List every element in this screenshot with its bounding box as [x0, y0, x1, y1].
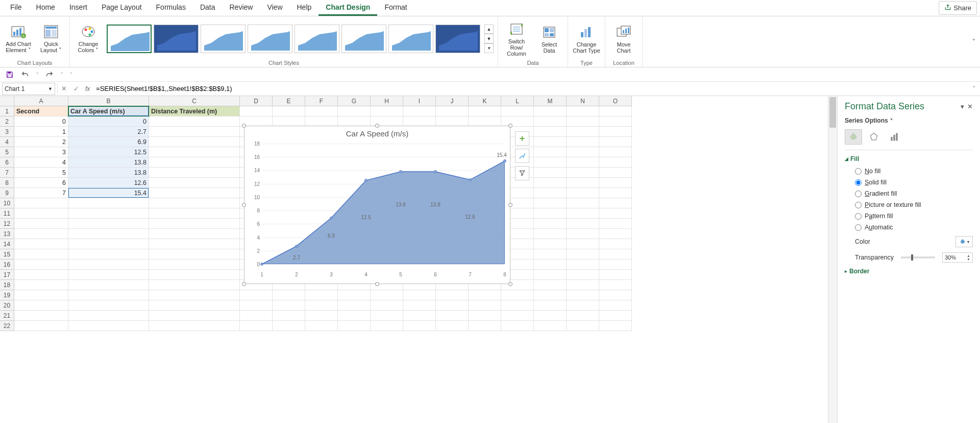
cell-B10[interactable] [68, 198, 149, 208]
cell-B17[interactable] [68, 270, 149, 280]
picture-fill-radio[interactable]: Picture or texture fill [855, 201, 973, 208]
cell-H19[interactable] [371, 290, 403, 300]
col-header-M[interactable]: M [534, 96, 567, 106]
chart-style-5[interactable] [295, 25, 339, 53]
row-header-5[interactable]: 5 [0, 147, 14, 157]
cell-A10[interactable] [14, 198, 68, 208]
row-header-12[interactable]: 12 [0, 219, 14, 229]
cell-D21[interactable] [240, 311, 273, 321]
cell-O21[interactable] [599, 311, 632, 321]
cell-D1[interactable] [240, 106, 273, 116]
cell-B16[interactable] [68, 260, 149, 270]
cell-F22[interactable] [305, 321, 338, 331]
row-header-11[interactable]: 11 [0, 208, 14, 219]
cell-O2[interactable] [599, 116, 632, 127]
cell-C16[interactable] [149, 260, 240, 270]
col-header-D[interactable]: D [240, 96, 273, 106]
cell-K21[interactable] [469, 311, 501, 321]
cell-N18[interactable] [567, 280, 599, 290]
cell-O5[interactable] [599, 147, 632, 157]
cell-B11[interactable] [68, 208, 149, 219]
col-header-O[interactable]: O [599, 96, 632, 106]
chart-style-8[interactable] [435, 25, 480, 53]
tab-review[interactable]: Review [223, 0, 260, 16]
col-header-K[interactable]: K [469, 96, 501, 106]
cell-C20[interactable] [149, 300, 240, 311]
cell-L2[interactable] [501, 116, 534, 127]
tab-home[interactable]: Home [29, 0, 62, 16]
cell-A9[interactable]: 7 [14, 188, 68, 198]
cell-H20[interactable] [371, 300, 403, 311]
cell-I21[interactable] [403, 311, 436, 321]
ribbon-collapse-button[interactable]: ˅ [968, 16, 980, 67]
cell-E19[interactable] [273, 290, 305, 300]
resize-handle[interactable] [508, 124, 512, 128]
tab-page-layout[interactable]: Page Layout [94, 0, 149, 16]
cell-A2[interactable]: 0 [14, 116, 68, 127]
cell-I19[interactable] [403, 290, 436, 300]
cell-O18[interactable] [599, 280, 632, 290]
cell-M22[interactable] [534, 321, 567, 331]
cell-B9[interactable]: 15.4 [68, 188, 149, 198]
col-header-F[interactable]: F [305, 96, 338, 106]
redo-button[interactable] [44, 69, 55, 80]
col-header-B[interactable]: B [68, 96, 149, 106]
switch-row-column-button[interactable]: Switch Row/ Column [502, 20, 531, 57]
resize-handle[interactable] [375, 282, 379, 286]
cell-C2[interactable] [149, 116, 240, 127]
automatic-fill-radio[interactable]: Automatic [855, 224, 973, 231]
cell-B21[interactable] [68, 311, 149, 321]
row-header-13[interactable]: 13 [0, 229, 14, 239]
cell-A16[interactable] [14, 260, 68, 270]
cell-F19[interactable] [305, 290, 338, 300]
cell-N11[interactable] [567, 208, 599, 219]
col-header-L[interactable]: L [501, 96, 534, 106]
cell-C4[interactable] [149, 137, 240, 147]
row-header-17[interactable]: 17 [0, 270, 14, 280]
change-chart-type-button[interactable]: Change Chart Type [572, 20, 601, 57]
cell-M1[interactable] [534, 106, 567, 116]
cell-H22[interactable] [371, 321, 403, 331]
cell-C5[interactable] [149, 147, 240, 157]
cell-M13[interactable] [534, 229, 567, 239]
cell-A14[interactable] [14, 239, 68, 249]
cell-O19[interactable] [599, 290, 632, 300]
cell-I20[interactable] [403, 300, 436, 311]
cell-C10[interactable] [149, 198, 240, 208]
undo-dropdown[interactable]: ˅ [35, 69, 40, 80]
cell-L22[interactable] [501, 321, 534, 331]
cell-B5[interactable]: 12.5 [68, 147, 149, 157]
cell-L1[interactable] [501, 106, 534, 116]
cell-N19[interactable] [567, 290, 599, 300]
cell-B7[interactable]: 13.8 [68, 168, 149, 178]
row-header-4[interactable]: 4 [0, 137, 14, 147]
gradient-fill-radio[interactable]: Gradient fill [855, 190, 973, 197]
pane-close-button[interactable]: ✕ [967, 103, 973, 110]
row-header-22[interactable]: 22 [0, 321, 14, 331]
cell-B20[interactable] [68, 300, 149, 311]
cell-G22[interactable] [338, 321, 371, 331]
col-header-C[interactable]: C [149, 96, 240, 106]
cell-E21[interactable] [273, 311, 305, 321]
cell-M8[interactable] [534, 178, 567, 188]
cell-N5[interactable] [567, 147, 599, 157]
cell-N2[interactable] [567, 116, 599, 127]
row-header-2[interactable]: 2 [0, 116, 14, 127]
cell-O20[interactable] [599, 300, 632, 311]
solid-fill-radio[interactable]: Solid fill [855, 179, 973, 186]
cell-C3[interactable] [149, 127, 240, 137]
style-scroll-down[interactable]: ▼ [484, 34, 494, 43]
cell-C19[interactable] [149, 290, 240, 300]
cell-M21[interactable] [534, 311, 567, 321]
save-button[interactable] [4, 69, 15, 80]
cell-F2[interactable] [305, 116, 338, 127]
cell-A13[interactable] [14, 229, 68, 239]
cell-A22[interactable] [14, 321, 68, 331]
tab-data[interactable]: Data [193, 0, 223, 16]
cell-C11[interactable] [149, 208, 240, 219]
cell-I2[interactable] [403, 116, 436, 127]
row-header-15[interactable]: 15 [0, 249, 14, 260]
cell-E2[interactable] [273, 116, 305, 127]
tab-file[interactable]: File [3, 0, 29, 16]
cell-A11[interactable] [14, 208, 68, 219]
